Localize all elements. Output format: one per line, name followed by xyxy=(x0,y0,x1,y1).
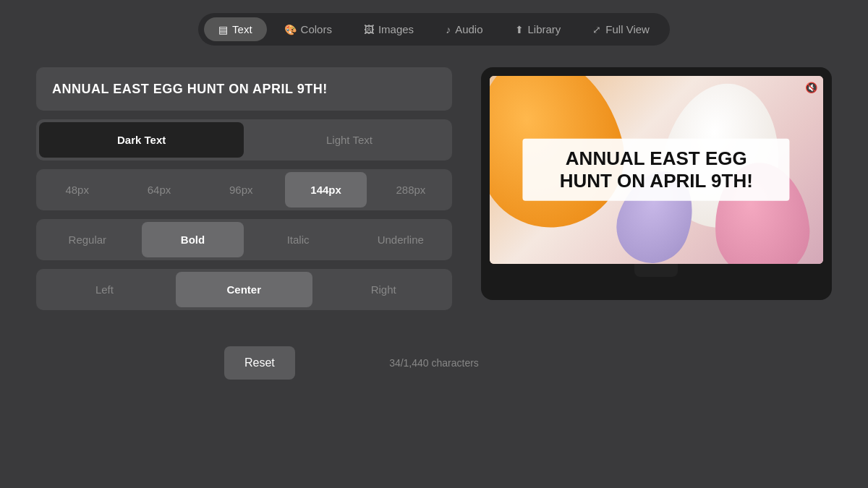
text-icon: ▤ xyxy=(218,24,228,35)
dark-text-button[interactable]: Dark Text xyxy=(39,122,244,158)
size-48-button[interactable]: 48px xyxy=(36,172,118,207)
align-right-button[interactable]: Right xyxy=(315,272,452,307)
light-text-button[interactable]: Light Text xyxy=(247,122,451,158)
palette-icon: 🎨 xyxy=(284,24,297,35)
style-options-row: Regular Bold Italic Underline xyxy=(36,219,452,260)
size-64-button[interactable]: 64px xyxy=(118,172,200,207)
nav-item-fullview[interactable]: ⤢ Full View xyxy=(578,17,664,41)
style-bold-button[interactable]: Bold xyxy=(142,222,244,257)
nav-item-colors[interactable]: 🎨 Colors xyxy=(270,17,346,41)
size-288-button[interactable]: 288px xyxy=(370,172,451,207)
nav-item-audio[interactable]: ♪ Audio xyxy=(431,17,497,41)
fullview-icon: ⤢ xyxy=(592,24,601,35)
size-144-button[interactable]: 144px xyxy=(285,172,367,207)
left-panel: ANNUAL EAST EGG HUNT ON APRIL 9TH! Dark … xyxy=(36,67,452,310)
tv-preview: ANNUAL EAST EGG HUNT ON APRIL 9TH! 🔇 xyxy=(481,67,832,300)
nav-item-library[interactable]: ⬆ Library xyxy=(501,17,576,41)
nav-label-library: Library xyxy=(528,23,561,35)
audio-icon: ♪ xyxy=(446,24,451,35)
tv-preview-text: ANNUAL EAST EGG HUNT ON APRIL 9TH! xyxy=(537,147,775,192)
nav-label-fullview: Full View xyxy=(605,23,650,35)
tv-frame: ANNUAL EAST EGG HUNT ON APRIL 9TH! 🔇 xyxy=(481,67,832,300)
style-regular-button[interactable]: Regular xyxy=(36,222,139,257)
size-options-row: 48px 64px 96px 144px 288px xyxy=(36,169,452,210)
style-italic-button[interactable]: Italic xyxy=(247,222,349,257)
top-navigation: ▤ Text 🎨 Colors 🖼 Images ♪ Audio ⬆ Libra… xyxy=(198,13,670,46)
nav-label-colors: Colors xyxy=(301,23,332,35)
image-icon: 🖼 xyxy=(364,24,374,35)
character-count: 34/1,440 characters xyxy=(389,357,479,369)
text-input[interactable]: ANNUAL EAST EGG HUNT ON APRIL 9TH! xyxy=(36,67,452,111)
nav-item-text[interactable]: ▤ Text xyxy=(204,17,267,41)
align-center-button[interactable]: Center xyxy=(176,272,312,307)
nav-item-images[interactable]: 🖼 Images xyxy=(349,17,428,41)
mute-icon: 🔇 xyxy=(805,82,817,93)
bottom-row: Reset 34/1,440 characters xyxy=(224,346,644,380)
align-left-button[interactable]: Left xyxy=(36,272,173,307)
reset-button[interactable]: Reset xyxy=(224,346,295,380)
nav-label-text: Text xyxy=(232,23,252,35)
size-96-button[interactable]: 96px xyxy=(200,172,282,207)
color-options-row: Dark Text Light Text xyxy=(36,119,452,160)
nav-label-images: Images xyxy=(378,23,414,35)
tv-stand xyxy=(634,264,678,277)
style-underline-button[interactable]: Underline xyxy=(349,222,452,257)
nav-label-audio: Audio xyxy=(455,23,482,35)
align-options-row: Left Center Right xyxy=(36,269,452,310)
tv-screen: ANNUAL EAST EGG HUNT ON APRIL 9TH! 🔇 xyxy=(490,76,823,264)
main-content: ANNUAL EAST EGG HUNT ON APRIL 9TH! Dark … xyxy=(36,67,832,310)
tv-text-overlay: ANNUAL EAST EGG HUNT ON APRIL 9TH! xyxy=(523,139,790,201)
tv-background: ANNUAL EAST EGG HUNT ON APRIL 9TH! xyxy=(490,76,823,264)
text-value: ANNUAL EAST EGG HUNT ON APRIL 9TH! xyxy=(52,82,328,97)
library-icon: ⬆ xyxy=(515,24,524,35)
